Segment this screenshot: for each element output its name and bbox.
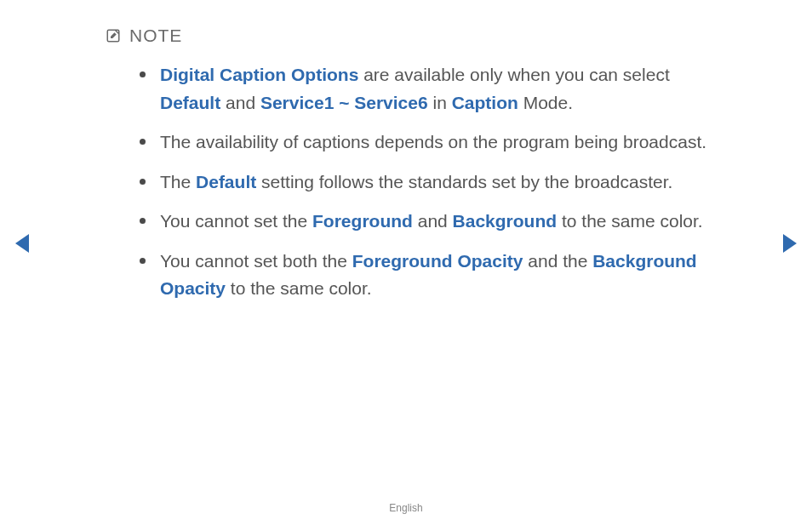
list-item: You cannot set both the Foreground Opaci…: [140, 248, 727, 303]
keyword: Foreground: [312, 211, 413, 231]
text-segment: are available only when you can select: [358, 65, 669, 84]
keyword: Service1 ~ Service6: [260, 93, 428, 112]
text-segment: to the same color.: [226, 278, 372, 298]
list-item: Digital Caption Options are available on…: [140, 61, 727, 117]
text-segment: and: [413, 211, 453, 231]
previous-page-arrow[interactable]: [15, 234, 29, 253]
keyword: Default: [160, 93, 220, 112]
next-page-arrow[interactable]: [783, 234, 797, 253]
keyword: Caption: [452, 93, 518, 112]
note-bullet-list: Digital Caption Options are available on…: [140, 61, 727, 303]
text-segment: and: [220, 93, 260, 112]
text-segment: in: [428, 93, 452, 112]
text-segment: The availability of captions depends on …: [160, 132, 706, 151]
note-icon: [106, 28, 121, 43]
list-item: You cannot set the Foreground and Backgr…: [140, 208, 727, 236]
keyword: Background: [453, 211, 558, 231]
text-segment: setting follows the standards set by the…: [256, 172, 672, 191]
text-segment: The: [160, 172, 196, 191]
list-item: The availability of captions depends on …: [140, 128, 727, 157]
keyword: Foreground Opacity: [352, 251, 523, 271]
note-header: NOTE: [106, 26, 761, 46]
text-segment: You cannot set both the: [160, 251, 352, 271]
text-segment: Mode.: [518, 93, 573, 112]
page-container: NOTE Digital Caption Options are availab…: [0, 0, 812, 531]
text-segment: to the same color.: [557, 211, 703, 231]
list-item: The Default setting follows the standard…: [140, 168, 727, 197]
keyword: Default: [196, 172, 256, 191]
note-label: NOTE: [129, 26, 182, 46]
text-segment: You cannot set the: [160, 211, 312, 231]
keyword: Digital Caption Options: [160, 65, 358, 84]
footer-language: English: [0, 502, 812, 514]
text-segment: and the: [523, 251, 592, 271]
